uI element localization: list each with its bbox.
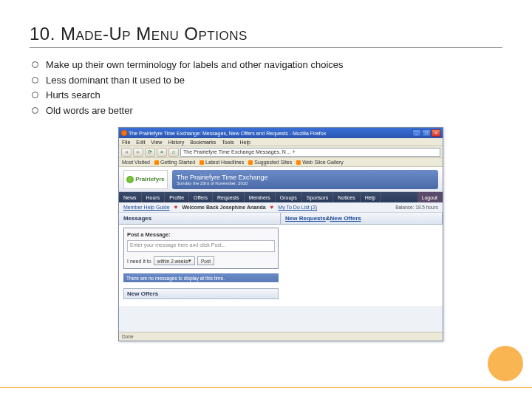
bullet-list: Make up their own terminology for labels… xyxy=(30,58,502,117)
close-button[interactable]: × xyxy=(432,129,440,137)
menu-help[interactable]: Help xyxy=(240,140,250,145)
post-header: Post a Message: xyxy=(127,231,275,238)
nav-offers[interactable]: Offers xyxy=(189,192,213,202)
new-offers-link[interactable]: New Offers xyxy=(330,215,361,222)
nav-notices[interactable]: Notices xyxy=(333,192,360,202)
message-input[interactable]: Enter your message here and click Post..… xyxy=(127,240,275,252)
menu-bar: File Edit View History Bookmarks Tools H… xyxy=(119,138,443,146)
messages-header: Messages xyxy=(119,213,281,224)
help-guide-link[interactable]: Member Help Guide xyxy=(123,205,170,210)
bookmark-icon xyxy=(154,160,159,165)
content-area: Post a Message: Enter your message here … xyxy=(119,225,443,306)
bookmark-item[interactable]: Suggested Sites xyxy=(248,160,292,165)
stop-button[interactable]: × xyxy=(157,148,167,157)
menu-edit[interactable]: Edit xyxy=(136,140,145,145)
menu-history[interactable]: History xyxy=(168,140,184,145)
bullet-item: Less dominant than it used to be xyxy=(30,74,502,87)
nav-sponsors[interactable]: Sponsors xyxy=(302,192,334,202)
status-bar: Done xyxy=(119,332,443,341)
bookmark-item[interactable]: Getting Started xyxy=(154,160,195,165)
nav-profile[interactable]: Profile xyxy=(165,192,189,202)
bullet-item: Hurts search xyxy=(30,89,502,102)
requests-offers-header: New Requests & New Offers xyxy=(281,213,443,224)
site-date: Sunday the 23rd of November, 2010 xyxy=(177,181,434,185)
minimize-button[interactable]: _ xyxy=(412,129,421,137)
bookmark-item[interactable]: Web Slice Gallery xyxy=(296,160,344,165)
bullet-item: Make up their own terminology for labels… xyxy=(30,58,502,72)
home-button[interactable]: ⌂ xyxy=(168,148,179,157)
bookmark-item[interactable]: Latest Headlines xyxy=(200,160,244,165)
browser-screenshot: The Prairiefyre Time Exchange: Messages,… xyxy=(118,127,443,341)
need-select[interactable]: within 2 weeks ▾ xyxy=(154,256,195,265)
corner-accent-circle xyxy=(488,346,523,381)
nav-groups[interactable]: Groups xyxy=(276,192,302,202)
main-nav: News Hours Profile Offers Requests Membe… xyxy=(119,192,443,202)
bookmark-icon xyxy=(248,160,253,165)
no-messages-text: There are no messages to display at this… xyxy=(123,273,279,282)
menu-file[interactable]: File xyxy=(122,140,130,145)
post-button[interactable]: Post xyxy=(197,256,214,265)
nav-help[interactable]: Help xyxy=(361,192,381,202)
new-requests-link[interactable]: New Requests xyxy=(285,215,326,222)
menu-tools[interactable]: Tools xyxy=(222,140,233,145)
site-title-banner: The Prairiefyre Time Exchange Sunday the… xyxy=(172,170,438,189)
site-header: Prairiefyre The Prairiefyre Time Exchang… xyxy=(119,167,443,192)
bookmarks-label: Most Visited xyxy=(122,160,150,165)
new-offers-subheader: New Offers xyxy=(123,288,279,299)
bookmarks-bar: Most Visited Getting Started Latest Head… xyxy=(119,158,443,167)
slide-title: 10. Made-Up Menu Options xyxy=(30,24,502,48)
window-title: The Prairiefyre Time Exchange: Messages,… xyxy=(129,131,326,136)
site-title: The Prairiefyre Time Exchange xyxy=(177,174,434,181)
nav-news[interactable]: News xyxy=(119,192,142,202)
site-logo[interactable]: Prairiefyre xyxy=(123,170,168,189)
back-button[interactable]: ◄ xyxy=(121,148,132,157)
need-label: I need it to xyxy=(127,259,151,264)
menu-view[interactable]: View xyxy=(151,140,162,145)
bookmark-icon xyxy=(296,160,301,165)
url-bar[interactable]: The Prairiefyre Time Exchange Messages, … xyxy=(180,148,440,157)
window-titlebar: The Prairiefyre Time Exchange: Messages,… xyxy=(119,128,443,138)
balance-text: Balance: 18.5 hours xyxy=(395,205,438,210)
firefox-icon xyxy=(121,130,127,136)
sub-bar: Member Help Guide ♥ Welcome Back Josephi… xyxy=(119,202,443,213)
forward-button[interactable]: ► xyxy=(133,148,143,157)
nav-members[interactable]: Members xyxy=(245,192,276,202)
maximize-button[interactable]: □ xyxy=(422,129,431,137)
nav-toolbar: ◄ ► ⟳ × ⌂ The Prairiefyre Time Exchange … xyxy=(119,146,443,158)
post-message-box: Post a Message: Enter your message here … xyxy=(123,228,279,269)
section-headers: Messages New Requests & New Offers xyxy=(119,213,443,225)
heart-icon: ♥ xyxy=(270,204,274,211)
welcome-text: Welcome Back Josephine Ananda xyxy=(182,205,265,210)
nav-requests[interactable]: Requests xyxy=(213,192,245,202)
bullet-item: Old words are better xyxy=(30,104,502,117)
menu-bookmarks[interactable]: Bookmarks xyxy=(190,140,216,145)
bookmark-icon xyxy=(200,160,204,165)
accent-line xyxy=(0,387,532,388)
reload-button[interactable]: ⟳ xyxy=(145,148,155,157)
todo-link[interactable]: My To Do List (2) xyxy=(278,205,317,210)
heart-icon: ♥ xyxy=(174,204,178,211)
nav-hours[interactable]: Hours xyxy=(142,192,166,202)
nav-logout[interactable]: Logout xyxy=(417,192,443,202)
